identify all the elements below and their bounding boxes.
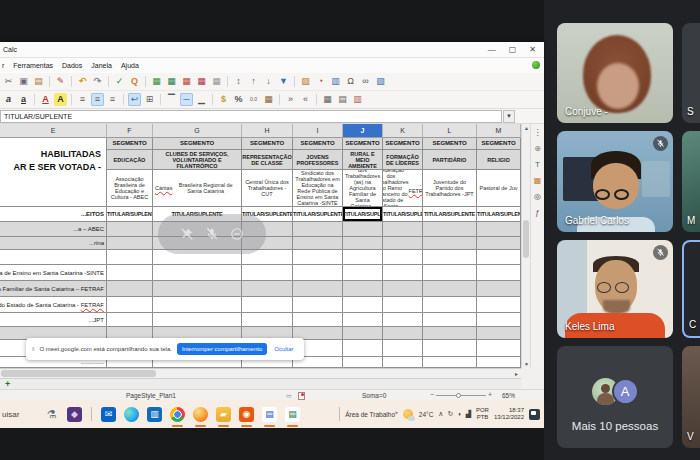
grid-cell[interactable]	[107, 222, 153, 237]
spelling-icon[interactable]: ✓	[113, 75, 126, 88]
grid-cell[interactable]	[477, 313, 521, 327]
column-header-G[interactable]: G	[153, 124, 242, 138]
grid-cell[interactable]	[423, 222, 477, 237]
grid-cell[interactable]	[293, 237, 343, 250]
grid-cell[interactable]	[153, 281, 242, 297]
selected-cell[interactable]: TITULAR/SUPLENTE	[343, 207, 383, 222]
grid-cell[interactable]	[423, 340, 477, 357]
action-center-icon[interactable]	[529, 409, 540, 420]
taskbar-app-chrome-icon[interactable]	[170, 407, 185, 422]
vertical-scrollbar[interactable]: ▲ ▼	[521, 124, 530, 368]
partial-tile-1[interactable]: S	[682, 23, 700, 123]
speaker-icon[interactable]: ◖	[457, 410, 461, 418]
underline-icon[interactable]: a	[17, 93, 30, 106]
segmento-header-cell[interactable]: SEGMENTO	[293, 138, 343, 150]
column-header-E[interactable]: E	[0, 124, 107, 138]
grid-cell[interactable]	[343, 357, 383, 368]
entity-cell[interactable]: Juventude do Partido dos Trabalhadores -…	[423, 170, 477, 207]
participant-tile-gabriel[interactable]: Gabriel Carlos	[557, 131, 673, 232]
column-header-H[interactable]: H	[242, 124, 293, 138]
entity-row-label-cell[interactable]: ...JPT	[0, 313, 107, 327]
taskbar-app-mail-icon[interactable]: ✉	[101, 407, 116, 422]
grid-cell[interactable]	[242, 265, 293, 281]
grid-cell[interactable]	[343, 340, 383, 357]
borders-icon[interactable]: ▦	[321, 93, 334, 106]
more-participants-tile[interactable]: A Mais 10 pessoas	[557, 346, 673, 448]
align-top-icon[interactable]: ▔	[165, 93, 178, 106]
grid-cell[interactable]	[107, 250, 153, 265]
sort-descending-icon[interactable]: ↓	[262, 75, 275, 88]
segment-name-cell[interactable]: JOVENS PROFESSORES	[293, 150, 343, 170]
entity-row-label-cell[interactable]: ...a – ABEC	[0, 222, 107, 237]
keyboard-language-indicator[interactable]: PORPTB	[476, 407, 489, 421]
grid-cell[interactable]	[293, 265, 343, 281]
taskbar-clock[interactable]: 18:3713/12/2022	[494, 407, 524, 421]
titular-cell[interactable]: TITULAR/SUPLENTE	[423, 207, 477, 222]
entity-row-label-cell[interactable]	[0, 250, 107, 265]
delete-column-icon[interactable]: ▦	[195, 75, 208, 88]
grid-cell[interactable]	[293, 313, 343, 327]
zoom-in-icon[interactable]: +	[488, 391, 492, 398]
scroll-down-icon[interactable]: ▼	[524, 361, 529, 367]
maximize-button[interactable]: ▢	[509, 45, 517, 55]
number-format-icon[interactable]: 0.0	[247, 93, 260, 106]
grid-cell[interactable]	[293, 281, 343, 297]
mic-off-icon[interactable]	[205, 227, 219, 241]
entity-row-label-cell[interactable]: ...ores na Agricultura Familiar de Santa…	[0, 281, 107, 297]
font-color-icon[interactable]: A	[39, 93, 52, 106]
taskbar-search-fragment[interactable]: uisar	[2, 410, 19, 419]
indent-decrease-icon[interactable]: «	[299, 93, 312, 106]
taskbar-app-microscope-app-icon[interactable]: ⚗	[44, 407, 59, 422]
scroll-up-icon[interactable]: ▲	[524, 125, 529, 131]
grid-cell[interactable]	[293, 250, 343, 265]
segmento-header-cell[interactable]: SEGMENTO	[242, 138, 293, 150]
grid-cell[interactable]	[107, 237, 153, 250]
segment-name-cell[interactable]: EDUCAÇÃO	[107, 150, 153, 170]
split-window-icon[interactable]: ▦	[210, 75, 223, 88]
sort-icon[interactable]: ↕	[232, 75, 245, 88]
segmento-header-cell[interactable]: SEGMENTO	[107, 138, 153, 150]
update-notification-icon[interactable]	[532, 61, 540, 69]
grid-cell[interactable]	[423, 327, 477, 340]
grid-cell[interactable]	[107, 313, 153, 327]
hide-banner-link[interactable]: Ocultar	[274, 346, 293, 352]
center-vertically-icon[interactable]: ─	[180, 93, 193, 106]
remove-icon[interactable]	[230, 227, 244, 241]
row-header-cell[interactable]: ...EITOS	[0, 207, 107, 222]
taskbar-app-calc-doc-icon[interactable]: ▤	[285, 407, 300, 422]
formula-dropdown-icon[interactable]: ▼	[503, 110, 515, 123]
autofilter-icon[interactable]: ▼	[277, 75, 290, 88]
column-header-L[interactable]: L	[423, 124, 477, 138]
partial-tile-2[interactable]: M	[682, 131, 700, 232]
menu-ferramentas[interactable]: Ferramentas	[13, 62, 53, 69]
partial-tile-3-active-speaker[interactable]: C	[682, 240, 700, 338]
special-character-icon[interactable]: Ω	[344, 75, 357, 88]
segmento-header-cell[interactable]: SEGMENTO	[343, 138, 383, 150]
titular-cell[interactable]: TITULAR/SUPLENTE	[477, 207, 521, 222]
grid-cell[interactable]	[343, 281, 383, 297]
grid-cell[interactable]	[343, 250, 383, 265]
desktop-toolbar-label[interactable]: Área de Trabalho»	[345, 409, 398, 418]
add-sheet-button[interactable]: +	[5, 380, 10, 389]
taskbar-app-firefox-icon[interactable]	[193, 407, 208, 422]
indent-increase-icon[interactable]: »	[284, 93, 297, 106]
participant-tile-conjuve[interactable]: Conjuve -	[557, 23, 673, 123]
grid-cell[interactable]	[423, 313, 477, 327]
grid-cell[interactable]	[477, 327, 521, 340]
insert-row-icon[interactable]: ▦	[150, 75, 163, 88]
taskbar-app-file-explorer-icon[interactable]: ▰	[216, 407, 231, 422]
navigator-icon[interactable]: ◎	[534, 192, 541, 201]
grid-cell[interactable]	[423, 281, 477, 297]
segmento-header-cell[interactable]: SEGMENTO	[383, 138, 423, 150]
insert-image-icon[interactable]: ▨	[299, 75, 312, 88]
freeze-panes-icon[interactable]: ▧	[374, 75, 387, 88]
segmento-header-cell[interactable]: SEGMENTO	[153, 138, 242, 150]
grid-cell[interactable]	[107, 265, 153, 281]
grid-cell[interactable]	[423, 237, 477, 250]
align-right-icon[interactable]: ≡	[106, 93, 119, 106]
border-style-icon[interactable]: ▤	[336, 93, 349, 106]
vertical-scroll-thumb[interactable]	[523, 220, 529, 258]
grid-cell[interactable]	[343, 313, 383, 327]
column-header-J[interactable]: J	[343, 124, 383, 138]
grid-cell[interactable]	[242, 297, 293, 313]
